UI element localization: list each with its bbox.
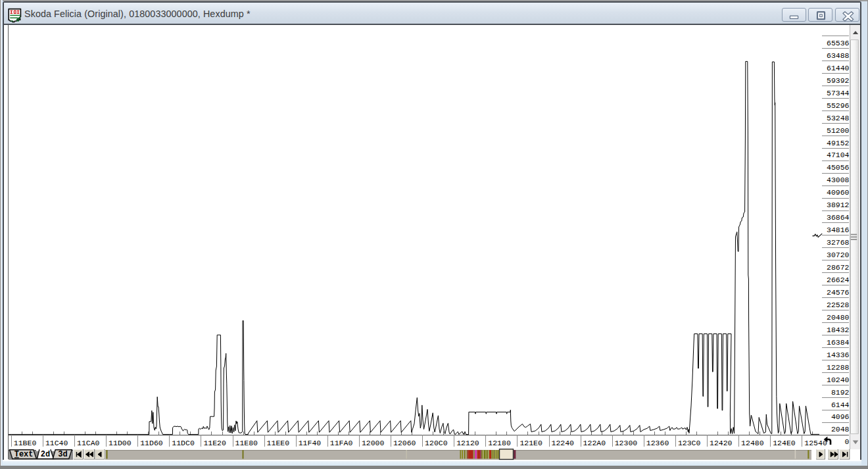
svg-text:61440: 61440 [827,64,850,72]
svg-text:12180: 12180 [488,439,511,447]
svg-text:2d: 2d [41,450,50,459]
svg-text:124E0: 124E0 [773,439,796,447]
svg-text:12288: 12288 [827,363,850,372]
svg-text:28672: 28672 [827,263,850,272]
svg-text:11D00: 11D00 [108,439,132,447]
svg-text:12300: 12300 [615,439,638,447]
svg-text:47104: 47104 [827,151,850,159]
svg-text:12000: 12000 [362,439,385,447]
svg-text:11BE0: 11BE0 [14,439,37,447]
svg-text:24576: 24576 [827,288,850,297]
svg-text:30720: 30720 [827,251,850,259]
svg-text:12420: 12420 [710,439,733,447]
svg-text:40960: 40960 [827,188,850,197]
svg-text:12540: 12540 [804,439,827,447]
svg-text:12120: 12120 [456,439,479,447]
svg-text:55296: 55296 [827,101,850,110]
svg-text:34816: 34816 [827,226,850,234]
svg-text:11DC0: 11DC0 [172,439,195,447]
svg-text:0: 0 [845,437,850,446]
svg-text:11CA0: 11CA0 [77,439,100,447]
svg-text:11E80: 11E80 [235,439,258,447]
svg-text:11D60: 11D60 [140,439,163,447]
svg-text:11FA0: 11FA0 [330,439,353,447]
svg-text:3d: 3d [58,450,67,459]
svg-text:59392: 59392 [827,76,850,85]
svg-text:38912: 38912 [827,201,850,209]
svg-text:36864: 36864 [827,213,850,222]
svg-text:32768: 32768 [827,238,850,247]
svg-text:4096: 4096 [831,412,850,421]
svg-text:26624: 26624 [827,276,850,284]
svg-text:57344: 57344 [827,89,850,97]
svg-text:2048: 2048 [831,425,850,433]
svg-text:10240: 10240 [827,376,850,384]
svg-text:122A0: 122A0 [583,439,606,447]
svg-text:49152: 49152 [827,139,850,147]
svg-text:51200: 51200 [827,126,850,135]
svg-text:16384: 16384 [827,338,850,347]
svg-text:18432: 18432 [827,326,850,334]
svg-text:6144: 6144 [831,401,850,409]
svg-text:12240: 12240 [552,439,575,447]
svg-text:123C0: 123C0 [678,439,701,447]
svg-text:11F40: 11F40 [299,439,322,447]
svg-text:11EE0: 11EE0 [267,439,290,447]
svg-text:12360: 12360 [646,439,669,447]
svg-text:11C40: 11C40 [45,439,68,447]
svg-text:43008: 43008 [827,176,850,184]
svg-text:12060: 12060 [393,439,416,447]
svg-text:120C0: 120C0 [425,439,448,447]
svg-text:63488: 63488 [827,51,850,60]
svg-text:53248: 53248 [827,114,850,122]
svg-text:22528: 22528 [827,301,850,309]
svg-text:12480: 12480 [741,439,764,447]
svg-text:121E0: 121E0 [519,439,542,447]
svg-text:8192: 8192 [831,388,850,397]
svg-text:45056: 45056 [827,163,850,172]
svg-text:14336: 14336 [827,351,850,359]
svg-text:20480: 20480 [827,313,850,322]
svg-text:11E20: 11E20 [203,439,226,447]
svg-text:65536: 65536 [827,39,850,47]
